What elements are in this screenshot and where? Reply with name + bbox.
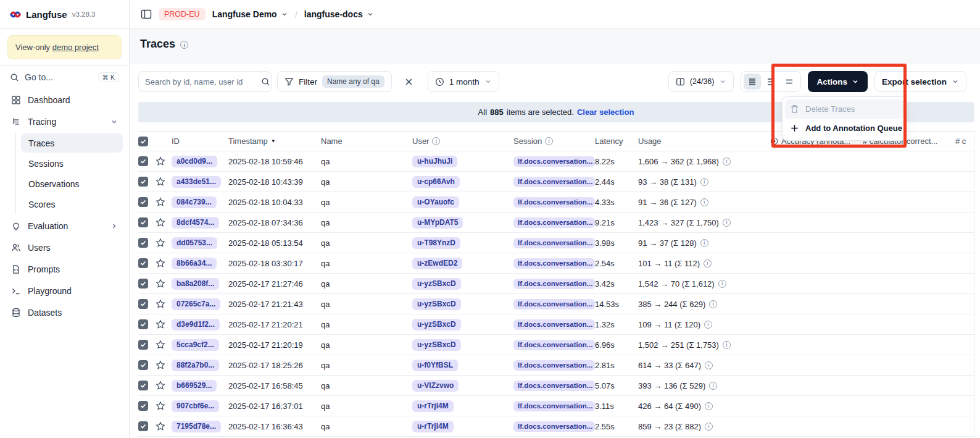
search-input[interactable] xyxy=(139,77,260,86)
header-user[interactable]: Useri xyxy=(412,137,513,146)
star-icon[interactable] xyxy=(156,279,172,288)
sidebar-item-tracing[interactable]: Tracing xyxy=(6,112,123,132)
user-badge[interactable]: u-VIZzvwo xyxy=(412,380,459,392)
user-badge[interactable]: u-yzSBxcD xyxy=(412,319,461,331)
clear-selection-link[interactable]: Clear selection xyxy=(577,107,634,117)
session-badge[interactable]: lf.docs.conversation... xyxy=(513,319,595,330)
star-icon[interactable] xyxy=(156,217,172,227)
session-badge[interactable]: lf.docs.conversation... xyxy=(513,258,595,269)
table-row[interactable]: 8dcf4574... 2025-02-18 07:34:36 qa u-MYp… xyxy=(138,213,974,233)
star-icon[interactable] xyxy=(156,177,172,187)
user-badge[interactable]: u-huJhuJi xyxy=(412,156,457,167)
table-row[interactable]: 88f2a7b0... 2025-02-17 18:25:26 qa u-f0Y… xyxy=(138,355,974,376)
row-height-medium-icon[interactable] xyxy=(762,74,779,90)
sidebar-toggle-icon[interactable] xyxy=(141,9,152,20)
user-badge[interactable]: u-rTrjI4M xyxy=(412,421,454,432)
sidebar-item-datasets[interactable]: Datasets xyxy=(6,303,123,322)
trace-id-badge[interactable]: 907cbf6e... xyxy=(172,400,219,412)
sidebar-item-playground[interactable]: Playground xyxy=(6,281,123,301)
row-checkbox[interactable] xyxy=(138,401,148,411)
session-badge[interactable]: lf.docs.conversation... xyxy=(513,177,595,187)
table-row[interactable]: b669529... 2025-02-17 16:58:45 qa u-VIZz… xyxy=(138,376,974,396)
session-badge[interactable]: lf.docs.conversation... xyxy=(513,279,595,289)
trace-id-badge[interactable]: a433de51... xyxy=(172,176,221,188)
sidebar-item-traces[interactable]: Traces xyxy=(21,133,123,153)
project-selector[interactable]: langfuse-docs xyxy=(304,9,374,19)
goto-search[interactable]: Go to... ⌘ K xyxy=(0,66,129,86)
user-badge[interactable]: u-T98YnzD xyxy=(412,237,460,249)
user-badge[interactable]: u-f0YfBSL xyxy=(412,360,458,371)
row-checkbox[interactable] xyxy=(138,279,148,288)
menu-item-add-annotation-queue[interactable]: Add to Annotation Queue xyxy=(785,119,903,138)
table-row[interactable]: dd05753... 2025-02-18 05:13:54 qa u-T98Y… xyxy=(138,233,974,253)
star-icon[interactable] xyxy=(156,421,172,431)
row-checkbox[interactable] xyxy=(138,319,148,329)
sidebar-item-dashboard[interactable]: Dashboard xyxy=(6,90,123,110)
trace-id-badge[interactable]: d3e9d1f2... xyxy=(172,319,220,331)
session-badge[interactable]: lf.docs.conversation... xyxy=(513,299,595,310)
session-badge[interactable]: lf.docs.conversation... xyxy=(513,340,595,350)
row-checkbox[interactable] xyxy=(138,299,148,309)
table-row[interactable]: 084c739... 2025-02-18 10:04:33 qa u-OYau… xyxy=(138,192,974,213)
table-row[interactable]: 8b66a34... 2025-02-18 03:30:17 qa u-zEwd… xyxy=(138,253,974,274)
session-badge[interactable]: lf.docs.conversation... xyxy=(513,238,595,248)
row-height-compact-icon[interactable] xyxy=(744,74,761,90)
demo-project-link[interactable]: demo project xyxy=(52,43,99,52)
star-icon[interactable] xyxy=(156,340,172,350)
star-icon[interactable] xyxy=(156,238,172,248)
trace-id-badge[interactable]: a0cd0d9... xyxy=(172,156,217,167)
filter-button[interactable]: Filter Name any of qa xyxy=(277,71,392,92)
timerange-button[interactable]: 1 month xyxy=(428,71,499,92)
table-row[interactable]: 5cca9cf2... 2025-02-17 21:20:19 qa u-yzS… xyxy=(138,335,974,355)
session-badge[interactable]: lf.docs.conversation... xyxy=(513,401,595,411)
session-badge[interactable]: lf.docs.conversation... xyxy=(513,421,595,432)
header-latency[interactable]: Latency xyxy=(595,137,638,146)
table-row[interactable]: ba8a208f... 2025-02-17 21:27:46 qa u-yzS… xyxy=(138,274,974,294)
menu-item-delete-traces[interactable]: Delete Traces xyxy=(785,99,903,119)
table-row[interactable]: d3e9d1f2... 2025-02-17 21:20:21 qa u-yzS… xyxy=(138,314,974,335)
session-badge[interactable]: lf.docs.conversation... xyxy=(513,197,595,208)
table-row[interactable]: a0cd0d9... 2025-02-18 10:59:46 qa u-huJh… xyxy=(138,151,974,172)
user-badge[interactable]: u-rTrjI4M xyxy=(412,400,454,412)
sidebar-item-scores[interactable]: Scores xyxy=(21,195,123,214)
row-checkbox[interactable] xyxy=(138,340,148,350)
trace-id-badge[interactable]: b669529... xyxy=(172,380,217,392)
row-checkbox[interactable] xyxy=(138,177,148,187)
header-session[interactable]: Sessioni xyxy=(513,137,595,146)
session-badge[interactable]: lf.docs.conversation... xyxy=(513,217,595,228)
row-checkbox[interactable] xyxy=(138,197,148,207)
header-id[interactable]: ID xyxy=(172,137,228,146)
star-icon[interactable] xyxy=(156,258,172,268)
row-checkbox[interactable] xyxy=(138,381,148,390)
user-badge[interactable]: u-MYpDAT5 xyxy=(412,217,463,229)
row-checkbox[interactable] xyxy=(138,238,148,248)
actions-button[interactable]: Actions xyxy=(808,71,868,92)
user-badge[interactable]: u-OYauofc xyxy=(412,196,459,208)
org-selector[interactable]: Langfuse Demo xyxy=(212,9,288,19)
select-all-checkbox[interactable] xyxy=(138,137,148,146)
sidebar-item-evaluation[interactable]: Evaluation xyxy=(6,216,123,236)
user-badge[interactable]: u-yzSBxcD xyxy=(412,339,461,351)
trace-id-badge[interactable]: 084c739... xyxy=(172,196,217,208)
table-row[interactable]: 7195d78e... 2025-02-17 16:36:43 qa u-rTr… xyxy=(138,416,974,437)
table-row[interactable]: 907cbf6e... 2025-02-17 16:37:01 qa u-rTr… xyxy=(138,396,974,416)
user-badge[interactable]: u-zEwdED2 xyxy=(412,258,462,269)
row-checkbox[interactable] xyxy=(138,156,148,166)
user-badge[interactable]: u-yzSBxcD xyxy=(412,298,461,310)
trace-id-badge[interactable]: 7195d78e... xyxy=(172,421,221,432)
star-icon[interactable] xyxy=(156,299,172,309)
trace-id-badge[interactable]: 8b66a34... xyxy=(172,258,217,269)
table-row[interactable]: a433de51... 2025-02-18 10:43:39 qa u-cp6… xyxy=(138,172,974,192)
trace-id-badge[interactable]: 5cca9cf2... xyxy=(172,339,219,351)
user-badge[interactable]: u-cp66Avh xyxy=(412,176,460,188)
sidebar-item-sessions[interactable]: Sessions xyxy=(21,154,123,173)
sidebar-item-observations[interactable]: Observations xyxy=(21,174,123,193)
header-timestamp[interactable]: Timestamp▼ xyxy=(228,137,321,146)
trace-id-badge[interactable]: dd05753... xyxy=(172,237,217,249)
star-icon[interactable] xyxy=(156,156,172,166)
star-icon[interactable] xyxy=(156,319,172,329)
trace-id-badge[interactable]: ba8a208f... xyxy=(172,278,219,290)
user-badge[interactable]: u-yzSBxcD xyxy=(412,278,461,290)
search-icon[interactable] xyxy=(260,72,271,91)
star-icon[interactable] xyxy=(156,197,172,207)
